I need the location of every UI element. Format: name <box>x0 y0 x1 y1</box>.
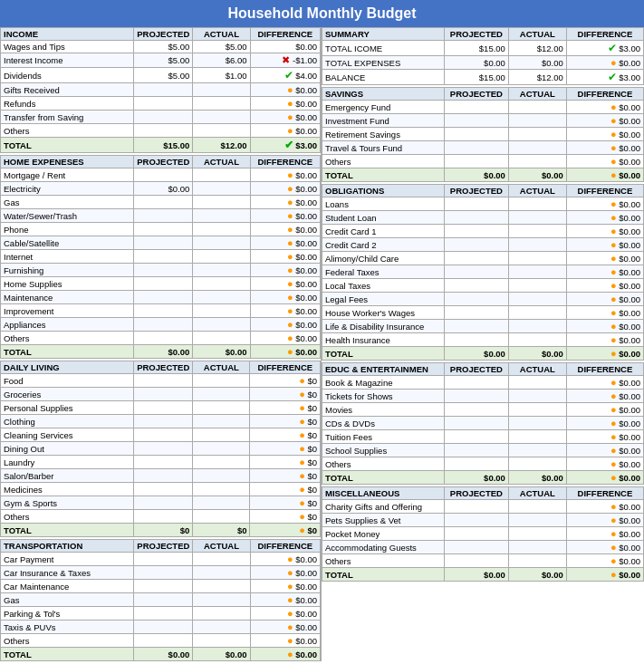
row-projected <box>444 417 508 430</box>
row-label: TOTAL <box>322 347 445 361</box>
row-diff: ● $0 <box>250 442 321 456</box>
table-row: Retirement Savings ● $0.00 <box>322 128 644 141</box>
row-actual <box>508 101 566 114</box>
row-actual <box>508 197 566 211</box>
row-projected <box>134 304 193 318</box>
row-projected <box>134 168 193 182</box>
row-diff: ✖ -$1.00 <box>250 53 320 68</box>
row-diff: ● $0.00 <box>250 580 320 593</box>
row-projected <box>134 250 193 264</box>
row-diff: ● $0.00 <box>250 648 320 661</box>
row-diff: ● $0.00 <box>566 197 643 211</box>
row-projected <box>134 209 193 223</box>
misc-actual-header: ACTUAL <box>508 487 566 500</box>
savings-table: SAVINGS PROJECTED ACTUAL DIFFERENCE Emer… <box>322 87 644 182</box>
row-actual <box>193 250 250 264</box>
row-projected <box>444 403 508 417</box>
row-diff: ● $0 <box>250 388 321 401</box>
row-actual: $1.00 <box>193 68 250 83</box>
row-diff: ● $0 <box>250 469 321 483</box>
row-label: Maintenance <box>1 291 134 304</box>
row-actual <box>508 514 566 527</box>
table-row: Water/Sewer/Trash ● $0.00 <box>1 209 321 223</box>
transportation-header: TRANSPORTATION <box>1 540 134 553</box>
row-diff: ● $0.00 <box>566 390 643 403</box>
table-row: TOTAL $0.00 $0.00 ● $0.00 <box>1 648 321 661</box>
row-diff: ● $0.00 <box>250 124 320 138</box>
row-label: Loans <box>322 197 445 211</box>
row-projected <box>444 457 508 471</box>
row-projected <box>134 196 193 209</box>
row-diff: ● $0.00 <box>250 236 320 250</box>
row-projected: $0.00 <box>134 345 193 359</box>
row-diff: $0.00 <box>250 41 320 53</box>
left-column: INCOME PROJECTED ACTUAL DIFFERENCE Wages… <box>0 27 322 661</box>
row-projected <box>444 541 508 554</box>
table-row: Taxis & PUVs ● $0.00 <box>1 621 321 634</box>
row-actual <box>193 332 250 345</box>
row-actual <box>508 225 566 238</box>
row-label: Gas <box>1 196 134 209</box>
row-label: Laundry <box>1 456 134 469</box>
row-projected: $5.00 <box>134 53 193 68</box>
row-diff: ● $0.00 <box>566 114 643 128</box>
row-diff: ● $0 <box>250 483 321 496</box>
row-actual: $0.00 <box>508 56 566 70</box>
row-projected: $0.00 <box>444 347 508 361</box>
row-label: Car Payment <box>1 553 134 566</box>
row-actual <box>193 83 250 97</box>
row-label: Medicines <box>1 483 134 496</box>
row-label: Others <box>322 457 445 471</box>
row-diff: ● $0 <box>250 456 321 469</box>
row-actual <box>508 500 566 514</box>
row-diff: ● $0 <box>250 415 321 428</box>
table-row: Others ● $0 <box>1 510 321 524</box>
table-row: TOTAL $0.00 $0.00 ● $0.00 <box>322 471 644 485</box>
row-diff: ● $0.00 <box>566 376 643 390</box>
table-row: Book & Magazine ● $0.00 <box>322 376 644 390</box>
row-actual <box>193 593 250 607</box>
row-diff: ● $0.00 <box>250 318 320 332</box>
row-projected: $5.00 <box>134 41 193 53</box>
row-label: Tuition Fees <box>322 430 445 444</box>
home-diff-header: DIFFERENCE <box>250 156 320 168</box>
row-label: TOTAL <box>322 471 445 485</box>
row-diff: ● $0.00 <box>566 252 643 265</box>
row-label: Retirement Savings <box>322 128 445 141</box>
row-projected <box>444 444 508 457</box>
home-actual-header: ACTUAL <box>193 156 250 168</box>
daily-diff-header: DIFFERENCE <box>250 361 321 374</box>
row-diff: ● $0.00 <box>566 347 643 361</box>
home-expenses-header: HOME EXPENESES <box>1 156 134 168</box>
row-actual <box>193 374 250 388</box>
row-label: Credit Card 1 <box>322 225 445 238</box>
table-row: Cleaning Services ● $0 <box>1 428 321 442</box>
row-diff: ● $0.00 <box>250 566 320 580</box>
table-row: Gifts Received ● $0.00 <box>1 83 321 97</box>
row-actual <box>508 114 566 128</box>
row-diff: ● $0.00 <box>250 291 320 304</box>
home-expenses-table: HOME EXPENESES PROJECTED ACTUAL DIFFEREN… <box>0 155 321 359</box>
row-actual <box>508 333 566 347</box>
table-row: Phone ● $0.00 <box>1 223 321 236</box>
table-row: Emergency Fund ● $0.00 <box>322 101 644 114</box>
daily-living-header: DAILY LIVING <box>1 361 134 374</box>
row-projected <box>444 114 508 128</box>
row-actual <box>193 264 250 277</box>
row-actual <box>508 444 566 457</box>
row-projected <box>134 332 193 345</box>
row-diff: ● $0.00 <box>566 265 643 279</box>
row-label: Tickets for Shows <box>322 390 445 403</box>
table-row: Car Maintenance ● $0.00 <box>1 580 321 593</box>
row-diff: ● $0 <box>250 428 321 442</box>
row-diff: ● $0.00 <box>566 554 643 568</box>
row-actual <box>193 291 250 304</box>
row-actual <box>193 469 250 483</box>
table-row: Others ● $0.00 <box>1 332 321 345</box>
row-label: Transfer from Saving <box>1 111 134 124</box>
row-actual <box>508 293 566 306</box>
table-row: Internet ● $0.00 <box>1 250 321 264</box>
row-actual: $0 <box>193 524 250 537</box>
row-actual <box>193 223 250 236</box>
row-projected <box>134 401 193 415</box>
